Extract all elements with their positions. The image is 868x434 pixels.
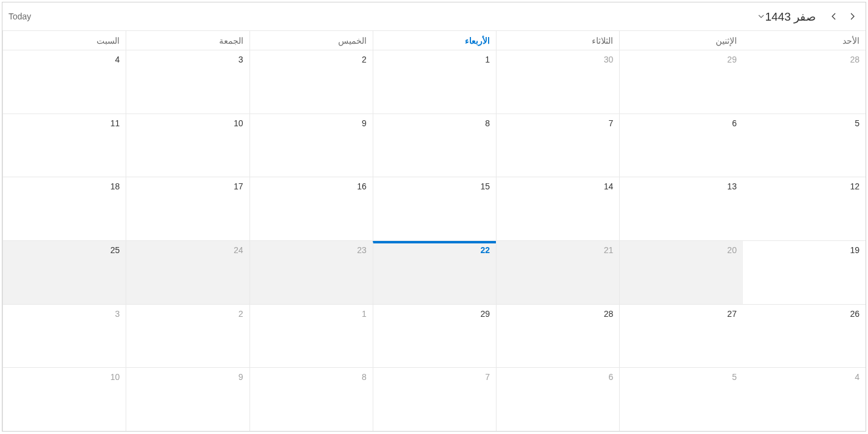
day-header-cell: الأربعاء bbox=[373, 31, 496, 50]
day-cell[interactable]: 13 bbox=[619, 177, 742, 240]
day-cell[interactable]: 12 bbox=[743, 177, 866, 240]
day-cell[interactable]: 22 bbox=[373, 241, 496, 304]
previous-month-button[interactable] bbox=[829, 12, 839, 21]
day-number: 28 bbox=[604, 309, 614, 319]
day-number: 1 bbox=[485, 55, 490, 64]
next-month-button[interactable] bbox=[847, 12, 857, 21]
day-cell[interactable]: 3 bbox=[2, 305, 126, 368]
day-number: 10 bbox=[234, 118, 243, 128]
month-title[interactable]: صفر 1443 bbox=[765, 10, 816, 24]
day-number: 4 bbox=[115, 55, 120, 64]
day-cell[interactable]: 1 bbox=[249, 305, 373, 368]
day-cell[interactable]: 6 bbox=[496, 368, 619, 431]
day-cell[interactable]: 20 bbox=[619, 241, 742, 304]
day-number: 30 bbox=[604, 55, 614, 64]
day-number: 8 bbox=[485, 118, 490, 128]
day-cell[interactable]: 9 bbox=[126, 368, 249, 431]
day-cell[interactable]: 4 bbox=[2, 50, 126, 114]
day-number: 19 bbox=[850, 245, 860, 255]
day-cell[interactable]: 28 bbox=[496, 305, 619, 368]
month-dropdown-chevron-icon[interactable] bbox=[758, 13, 765, 20]
day-cell[interactable]: 21 bbox=[496, 241, 619, 304]
day-cell[interactable]: 27 bbox=[619, 305, 742, 368]
day-cell[interactable]: 11 bbox=[2, 114, 126, 177]
day-header-cell: الثلاثاء bbox=[496, 31, 619, 50]
day-number: 29 bbox=[481, 309, 490, 319]
day-number: 15 bbox=[481, 181, 490, 191]
day-header-cell: الإثنين bbox=[619, 31, 742, 50]
day-number: 6 bbox=[609, 372, 614, 382]
day-header-cell: الجمعة bbox=[126, 31, 249, 50]
day-number: 5 bbox=[855, 118, 860, 128]
day-header-row: السبتالجمعةالخميسالأربعاءالثلاثاءالإثنين… bbox=[2, 30, 866, 50]
day-number: 8 bbox=[362, 372, 367, 382]
day-number: 9 bbox=[362, 118, 367, 128]
day-number: 27 bbox=[727, 309, 737, 319]
day-cell[interactable]: 23 bbox=[249, 241, 373, 304]
day-cell[interactable]: 3 bbox=[126, 50, 249, 114]
day-cell[interactable]: 15 bbox=[373, 177, 496, 240]
day-number: 3 bbox=[115, 309, 120, 319]
day-cell[interactable]: 28 bbox=[743, 50, 866, 114]
day-number: 29 bbox=[727, 55, 737, 64]
week-row: 32129282726 bbox=[2, 304, 866, 368]
day-number: 25 bbox=[110, 245, 120, 255]
day-cell[interactable]: 5 bbox=[743, 114, 866, 177]
day-header-cell: الأحد bbox=[743, 31, 866, 50]
day-cell[interactable]: 8 bbox=[373, 114, 496, 177]
day-number: 2 bbox=[362, 55, 367, 64]
day-number: 10 bbox=[110, 372, 120, 382]
day-cell[interactable]: 10 bbox=[2, 368, 126, 431]
day-cell[interactable]: 4 bbox=[743, 368, 866, 431]
calendar-header: Today صفر 1443 bbox=[2, 2, 866, 30]
day-cell[interactable]: 30 bbox=[496, 50, 619, 114]
day-cell[interactable]: 26 bbox=[743, 305, 866, 368]
week-row: 18171615141312 bbox=[2, 177, 866, 240]
day-cell[interactable]: 9 bbox=[249, 114, 373, 177]
day-number: 5 bbox=[732, 372, 737, 382]
day-number: 26 bbox=[850, 309, 860, 319]
day-cell[interactable]: 7 bbox=[496, 114, 619, 177]
calendar-container: Today صفر 1443 السبتالجمعةالخميسالأربعاء… bbox=[2, 2, 866, 432]
day-cell[interactable]: 8 bbox=[249, 368, 373, 431]
day-cell[interactable]: 7 bbox=[373, 368, 496, 431]
day-number: 11 bbox=[110, 118, 120, 128]
day-cell[interactable]: 6 bbox=[619, 114, 742, 177]
day-number: 13 bbox=[727, 181, 737, 191]
day-header-cell: الخميس bbox=[249, 31, 373, 50]
nav-arrows bbox=[829, 12, 857, 21]
day-number: 4 bbox=[855, 372, 860, 382]
day-cell[interactable]: 5 bbox=[619, 368, 742, 431]
day-cell[interactable]: 29 bbox=[619, 50, 742, 114]
day-number: 18 bbox=[110, 181, 120, 191]
day-cell[interactable]: 29 bbox=[373, 305, 496, 368]
day-number: 7 bbox=[485, 372, 490, 382]
day-cell[interactable]: 19 bbox=[743, 241, 866, 304]
day-cell[interactable]: 25 bbox=[2, 241, 126, 304]
day-cell[interactable]: 1 bbox=[373, 50, 496, 114]
week-row: 4321302928 bbox=[2, 50, 866, 114]
day-number: 17 bbox=[234, 181, 243, 191]
calendar-grid: 4321302928111098765181716151413122524232… bbox=[2, 50, 866, 431]
day-cell[interactable]: 2 bbox=[126, 305, 249, 368]
day-cell[interactable]: 14 bbox=[496, 177, 619, 240]
day-cell[interactable]: 24 bbox=[126, 241, 249, 304]
day-number: 28 bbox=[850, 55, 860, 64]
day-number: 6 bbox=[732, 118, 737, 128]
day-cell[interactable]: 16 bbox=[249, 177, 373, 240]
day-cell[interactable]: 17 bbox=[126, 177, 249, 240]
day-cell[interactable]: 2 bbox=[249, 50, 373, 114]
day-number: 3 bbox=[239, 55, 243, 64]
day-header-cell: السبت bbox=[2, 31, 126, 50]
day-number: 22 bbox=[481, 245, 490, 255]
day-cell[interactable]: 10 bbox=[126, 114, 249, 177]
week-row: 10987654 bbox=[2, 367, 866, 431]
day-number: 2 bbox=[239, 309, 243, 319]
day-number: 24 bbox=[234, 245, 243, 255]
day-number: 1 bbox=[362, 309, 367, 319]
day-number: 12 bbox=[850, 181, 860, 191]
week-row: 111098765 bbox=[2, 114, 866, 177]
day-number: 7 bbox=[609, 118, 614, 128]
day-cell[interactable]: 18 bbox=[2, 177, 126, 240]
today-button[interactable]: Today bbox=[8, 12, 31, 21]
